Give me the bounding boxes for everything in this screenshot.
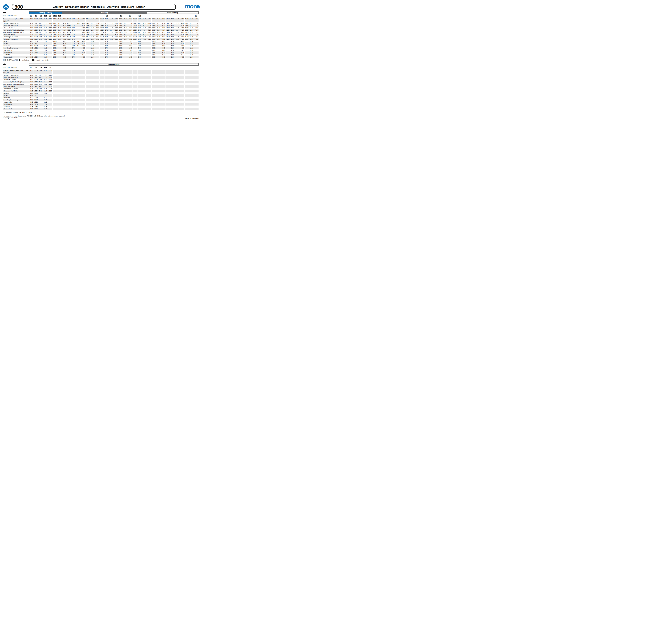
time-cell: 14.23 xyxy=(180,27,184,29)
time-cell xyxy=(57,92,62,94)
time-cell: 14.25 xyxy=(180,31,184,33)
time-cell xyxy=(57,42,62,45)
time-cell: 18.24 xyxy=(29,81,33,83)
time-cell: 20.28 xyxy=(38,36,43,38)
time-cell xyxy=(100,101,104,103)
time-cell xyxy=(71,83,76,85)
time-cell xyxy=(152,101,156,103)
time-cell xyxy=(57,96,62,99)
time-cell: 21.28 xyxy=(43,36,48,38)
time-cell xyxy=(62,74,66,76)
time-cell: 06.28 xyxy=(62,36,66,38)
time-cell xyxy=(119,92,123,94)
time-cell xyxy=(189,74,194,76)
time-cell: 14.51 xyxy=(86,22,90,24)
table-row: Hirschdorf, Ortseingang18.3219.3221.3223… xyxy=(3,47,199,49)
time-cell: 21.36 xyxy=(43,56,48,58)
station-label-cell: Zollhaus xyxy=(3,42,29,45)
time-cell xyxy=(100,40,104,42)
time-cell xyxy=(133,70,137,74)
time-cell xyxy=(38,56,43,58)
time-cell: 20.20 xyxy=(38,18,43,22)
time-cell xyxy=(123,96,128,99)
time-cell: 15.34 xyxy=(90,51,95,54)
time-cell xyxy=(67,79,71,81)
time-cell xyxy=(138,101,142,103)
time-cell xyxy=(123,105,128,108)
station-name: - Rottachstr./Breite xyxy=(3,85,24,87)
time-cell xyxy=(119,70,123,74)
time-cell: 19.21 xyxy=(119,22,123,24)
time-cell xyxy=(194,47,199,49)
time-cell xyxy=(161,87,166,90)
time-cell: 23.22 xyxy=(53,24,57,27)
time-cell: 18.21 xyxy=(29,74,33,76)
time-cell xyxy=(161,96,166,99)
time-cell xyxy=(71,103,76,105)
time-cell xyxy=(175,90,180,92)
time-cell: 16.54 xyxy=(100,29,104,31)
time-cell xyxy=(152,81,156,83)
time-cell xyxy=(76,101,81,103)
time-cell: 08.36 xyxy=(152,56,156,58)
time-cell: 15.25 xyxy=(90,31,95,33)
time-cell xyxy=(57,90,62,92)
time-cell xyxy=(53,79,57,81)
time-cell xyxy=(185,70,189,74)
time-cell: 18.31 xyxy=(29,94,33,96)
time-cell: 23.30 xyxy=(138,40,142,42)
time-cell: 08.32 xyxy=(152,47,156,49)
note-badge-hs: HS xyxy=(40,67,42,68)
time-cell xyxy=(166,92,170,94)
time-cell: 17.51 xyxy=(109,22,114,24)
time-cell xyxy=(53,90,57,92)
time-cell xyxy=(156,90,161,92)
time-cell: 21.34 xyxy=(43,51,48,54)
legend2-item1-text: = nicht 24. und 31.12. xyxy=(21,112,35,113)
time-cell: 18.20 xyxy=(29,70,33,74)
time-cell xyxy=(38,108,43,110)
time-cell xyxy=(48,56,52,58)
time-cell: 21.32 xyxy=(128,49,133,51)
time-cell xyxy=(71,85,76,87)
time-cell: 17.22 xyxy=(194,24,199,27)
time-cell xyxy=(119,83,123,85)
time-cell: 23.29 xyxy=(138,38,142,40)
time-cell xyxy=(175,87,180,90)
time-cell: 12.21 xyxy=(170,22,175,24)
station-name: - Rottachstr./Friedhof xyxy=(3,27,24,29)
time-cell xyxy=(152,83,156,85)
time-cell: 21.31 xyxy=(43,94,48,96)
time-cell xyxy=(189,92,194,94)
time-cell xyxy=(142,70,147,74)
time-cell xyxy=(90,76,95,78)
route-title: Zentrum - Rottachstr./Friedhof - Nordbrü… xyxy=(23,5,176,8)
time-cell xyxy=(185,40,189,42)
time-cell xyxy=(76,94,81,96)
time-cell: 21.35 xyxy=(43,105,48,108)
time-cell xyxy=(185,54,189,56)
note-slot: HS xyxy=(38,15,43,16)
time-cell xyxy=(67,101,71,103)
time-cell: 17.23 xyxy=(104,27,109,29)
time-cell xyxy=(185,90,189,92)
time-cell: 23.20 xyxy=(138,18,142,22)
time-cell: 13.24 xyxy=(175,29,180,31)
time-cell xyxy=(95,94,99,96)
time-cell: 21.32 xyxy=(43,47,48,49)
time-cell xyxy=(90,103,95,105)
time-cell: 16.21 xyxy=(189,22,194,24)
time-cell xyxy=(185,45,189,47)
time-cell xyxy=(123,79,128,81)
time-cell: 23.28 xyxy=(53,36,57,38)
time-cell: 20.25 xyxy=(38,31,43,33)
time-cell xyxy=(71,90,76,92)
station-label-cell: - Rottachstr./Breite xyxy=(3,33,29,36)
bus-logo: BUS xyxy=(3,4,9,10)
time-cell: 15.25 xyxy=(185,31,189,33)
time-cell: 08.20 xyxy=(152,18,156,22)
time-cell xyxy=(67,105,71,108)
time-cell xyxy=(86,94,90,96)
time-cell: 23.21 xyxy=(53,22,57,24)
time-cell: 23.31 xyxy=(138,42,142,45)
